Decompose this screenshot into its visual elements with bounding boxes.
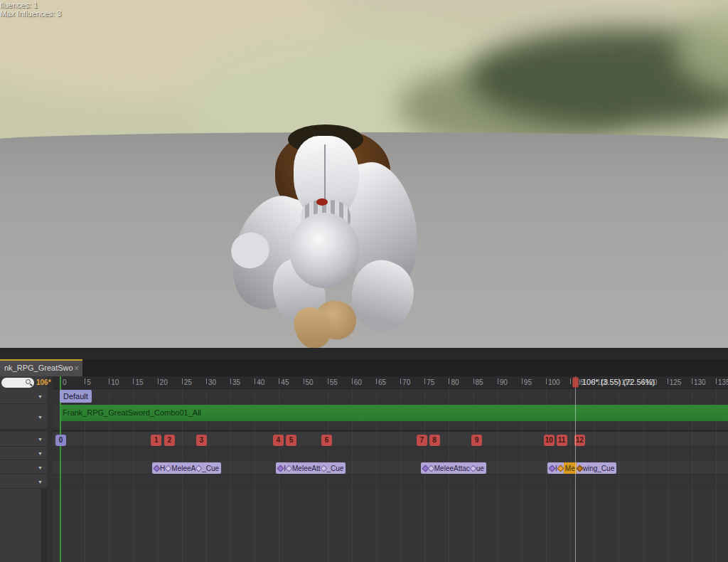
- ruler-tick-label: 65: [378, 378, 386, 386]
- notify-track-empty-1[interactable]: [53, 447, 728, 460]
- animation-segment-label: Frank_RPG_GreatSword_Combo01_All: [60, 405, 728, 420]
- timeline-lower-area[interactable]: [53, 489, 728, 562]
- notify-marker[interactable]: 11: [557, 435, 567, 446]
- ruler-tick-label: 100: [548, 378, 560, 386]
- ruler-tick-label: 135: [718, 378, 728, 386]
- notify-marker[interactable]: 3: [196, 435, 207, 446]
- diamond-icon: [576, 465, 583, 472]
- ruler-tick: [692, 378, 692, 384]
- ruler-tick: [424, 378, 425, 384]
- ruler-tick: [498, 378, 498, 384]
- notify-marker[interactable]: 12: [574, 435, 585, 446]
- timeline-panel: nk_RPG_GreatSwo × 106* ▼ ▼: [0, 348, 728, 562]
- ruler-tick-label: 5: [87, 378, 91, 386]
- stats-max-influences-line: Max Influences: 3: [0, 9, 61, 18]
- notify-cue[interactable]: IMeleeAtt_Cue: [276, 462, 346, 474]
- timeline-body[interactable]: 0510152025303540455055606570758085909510…: [53, 376, 728, 562]
- track-header-row-notifies-4[interactable]: ▼: [0, 474, 47, 489]
- chevron-down-icon[interactable]: ▼: [38, 451, 43, 456]
- ruler-tick-label: 35: [232, 378, 240, 386]
- ruler-tick: [352, 378, 353, 384]
- ruler-tick: [400, 378, 401, 384]
- character-red-glint-shape: [316, 198, 328, 206]
- notify-marker[interactable]: 1: [151, 435, 161, 446]
- notify-cue-label: wing_Cue: [583, 465, 614, 472]
- ruler-tick-label: 10: [111, 378, 119, 386]
- track-header-row-default[interactable]: ▼: [0, 389, 47, 404]
- ruler-tick: [304, 378, 304, 384]
- default-sync-track[interactable]: Default: [53, 389, 728, 404]
- notify-marker-track[interactable]: 0123456789101112: [53, 432, 728, 447]
- diamond-icon: [154, 465, 161, 472]
- ruler-tick-label: 85: [476, 378, 483, 386]
- notify-marker[interactable]: 7: [417, 435, 427, 446]
- chevron-down-icon[interactable]: ▼: [38, 465, 43, 470]
- 3d-viewport[interactable]: fluences: 1 Max Influences: 3: [0, 0, 728, 348]
- character-helmet-shape: [289, 213, 359, 288]
- notify-cue[interactable]: MeleeAttacue: [421, 462, 486, 474]
- track-outliner-sidebar: 106* ▼ ▼ ▼ ▼: [0, 376, 47, 562]
- persona-animation-editor: fluences: 1 Max Influences: 3 nk_RPG_Gre…: [0, 0, 728, 562]
- panel-divider: [0, 348, 728, 359]
- ruler-tick: [158, 378, 159, 384]
- notify-cue[interactable]: HMeleeA_Cue: [152, 462, 221, 474]
- notify-marker[interactable]: 8: [429, 435, 440, 446]
- track-filter-row: 106*: [0, 376, 47, 389]
- diamond-icon: [549, 465, 556, 472]
- notify-marker[interactable]: 2: [164, 435, 175, 446]
- notify-cue-label: MeleeA: [171, 465, 196, 472]
- ruler-tick: [522, 378, 523, 384]
- track-header-row-notifies-2[interactable]: ▼: [0, 447, 47, 460]
- ruler-tick: [328, 378, 328, 384]
- notify-cue-label: MeleeAttac: [434, 465, 470, 472]
- ruler-tick: [376, 378, 377, 384]
- notify-cue-label: _Cue: [327, 465, 344, 472]
- diamond-icon: [165, 465, 172, 472]
- notify-track-empty-2[interactable]: [53, 474, 728, 489]
- ruler-tick: [570, 378, 571, 384]
- diamond-icon: [557, 465, 564, 472]
- animation-segment-bar[interactable]: Frank_RPG_GreatSword_Combo01_All: [60, 405, 728, 421]
- chevron-down-icon[interactable]: ▼: [38, 479, 43, 484]
- notify-marker[interactable]: 6: [321, 435, 332, 446]
- ruler-tick-label: 130: [694, 378, 706, 386]
- chevron-down-icon[interactable]: ▼: [38, 394, 43, 399]
- track-header-row-notifies-3[interactable]: ▼: [0, 460, 47, 474]
- notify-marker[interactable]: 5: [286, 435, 296, 446]
- ruler-tick-label: 30: [208, 378, 216, 386]
- ruler-tick-label: 95: [524, 378, 532, 386]
- chevron-down-icon[interactable]: ▼: [38, 437, 43, 442]
- ruler-tick-label: 125: [670, 378, 682, 386]
- ruler-tick-label: 15: [135, 378, 143, 386]
- notify-marker[interactable]: 10: [544, 435, 555, 446]
- notify-cue-track[interactable]: HMeleeA_CueIMeleeAtt_CueMeleeAttacueIMew…: [53, 460, 728, 474]
- mesh-stats-overlay: fluences: 1 Max Influences: 3: [0, 1, 61, 18]
- track-header-row-animation[interactable]: ▼: [0, 404, 47, 430]
- stats-influences-line: fluences: 1: [0, 1, 61, 9]
- ruler-tick: [473, 378, 474, 384]
- asset-tab[interactable]: nk_RPG_GreatSwo ×: [0, 359, 82, 376]
- ruler-tick: [230, 378, 231, 384]
- diamond-icon: [277, 465, 284, 472]
- animation-segment-track[interactable]: Frank_RPG_GreatSword_Combo01_All: [53, 404, 728, 430]
- ruler-tick: [182, 378, 183, 384]
- ruler-tick-label: 55: [330, 378, 338, 386]
- notify-marker[interactable]: 9: [471, 435, 482, 446]
- notify-marker[interactable]: 0: [55, 435, 66, 446]
- playhead-marker[interactable]: [572, 377, 579, 388]
- notify-cue[interactable]: IMewing_Cue: [547, 462, 616, 474]
- ruler-tick: [206, 378, 207, 384]
- chevron-down-icon[interactable]: ▼: [38, 414, 43, 419]
- notify-marker[interactable]: 4: [273, 435, 284, 446]
- ruler-tick: [279, 378, 279, 384]
- ruler-tick-label: 60: [354, 378, 362, 386]
- close-icon[interactable]: ×: [74, 363, 79, 374]
- default-sync-marker[interactable]: Default: [60, 390, 92, 403]
- track-header-row-notifies-1[interactable]: ▼: [0, 432, 47, 447]
- ruler-tick: [546, 378, 547, 384]
- notify-cue-label: MeleeAtt: [292, 465, 320, 472]
- playhead-line[interactable]: [575, 376, 576, 562]
- diamond-icon: [427, 465, 434, 472]
- anim-timeline-dock: 106* ▼ ▼ ▼ ▼: [0, 376, 728, 562]
- track-header-rows: ▼ ▼ ▼ ▼ ▼ ▼: [0, 389, 47, 489]
